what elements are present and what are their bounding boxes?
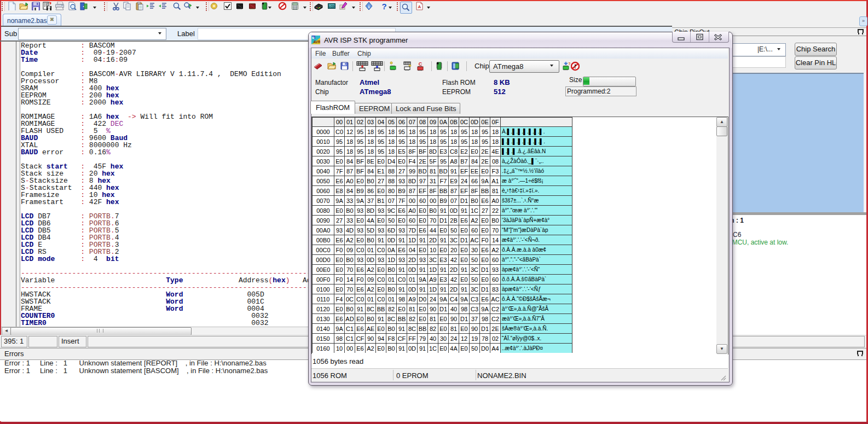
svg-text:?: ? — [568, 61, 570, 66]
svg-text:A: A — [418, 4, 421, 9]
svg-text:?: ? — [381, 2, 386, 10]
svg-text:LCD: LCD — [329, 5, 335, 8]
svg-text:B: B — [312, 36, 315, 39]
svg-text:C: C — [419, 61, 423, 67]
svg-text:AVR: AVR — [313, 40, 320, 44]
